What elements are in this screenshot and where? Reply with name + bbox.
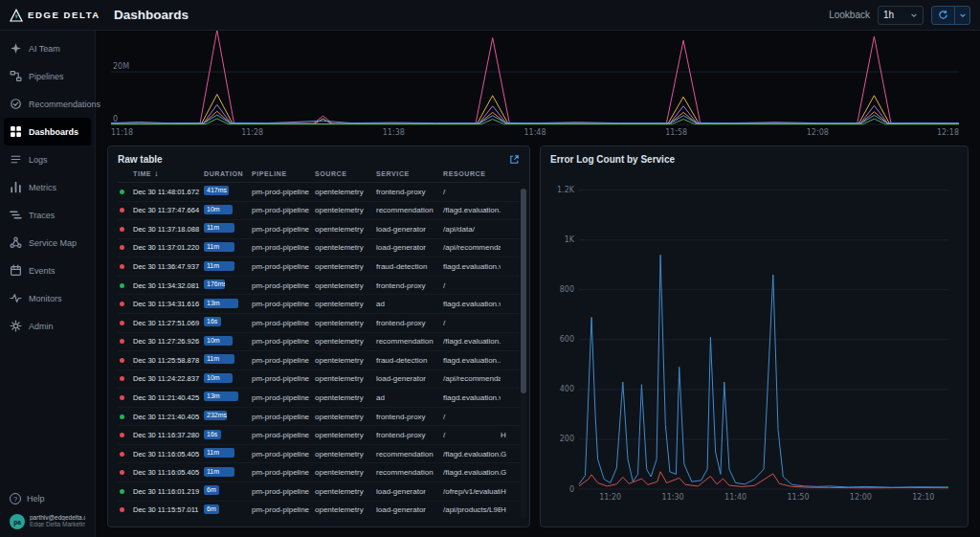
sidebar-item-events[interactable]: Events — [0, 257, 95, 284]
table-row[interactable]: Dec 30 11:16:01.2196mpm-prod-pipelineope… — [118, 482, 520, 502]
table-row[interactable]: Dec 30 11:16:05.40511mpm-prod-pipelineop… — [118, 463, 520, 482]
sidebar-item-ai-team[interactable]: AI Team — [0, 34, 95, 62]
sidebar-item-label: Pipelines — [29, 72, 64, 81]
sidebar-item-label: Logs — [29, 155, 48, 165]
table-row[interactable]: Dec 30 11:27:51.06916spm-prod-pipelineop… — [118, 314, 520, 333]
avatar: pa — [10, 514, 25, 529]
svg-text:11:38: 11:38 — [383, 128, 405, 137]
column-header-time[interactable]: TIME↓ — [133, 169, 204, 178]
user-profile[interactable]: pa parthiv@edgedelta.co... Edge Delta Ma… — [10, 514, 85, 529]
events-icon — [10, 264, 22, 277]
refresh-button[interactable] — [932, 7, 955, 24]
column-header-service[interactable]: SERVICE — [376, 170, 443, 177]
cell-resource: / — [443, 319, 501, 327]
sidebar-item-monitors[interactable]: Monitors — [0, 284, 95, 312]
sidebar-item-label: Recommendations — [29, 100, 100, 109]
cell-pipeline: pm-prod-pipeline — [252, 487, 315, 496]
table-row[interactable]: Dec 30 11:15:57.0116mpm-prod-pipelineope… — [118, 502, 520, 520]
cell-service: frontend-proxy — [376, 281, 443, 290]
sidebar-item-dashboards[interactable]: Dashboards — [4, 118, 91, 145]
column-header-source[interactable]: SOURCE — [315, 170, 376, 177]
cell-duration: 232ms — [204, 411, 252, 422]
status-dot-error — [120, 395, 124, 400]
status-dot-error — [120, 376, 124, 381]
cell-source: opentelemetry — [315, 505, 376, 514]
cell-service: recommendation — [376, 206, 443, 214]
cell-time: Dec 30 11:16:05.405 — [133, 468, 204, 477]
table-scrollbar-thumb[interactable] — [521, 189, 526, 393]
brand-text: EDGE DELTA — [28, 10, 100, 20]
metrics-icon — [10, 181, 22, 193]
cell-pipeline: pm-prod-pipeline — [252, 356, 315, 365]
cell-resource: /flagd.evaluation.... — [443, 337, 501, 346]
cell-service: load-generator — [376, 505, 443, 514]
cell-source: opentelemetry — [315, 262, 376, 271]
table-row[interactable]: Dec 30 11:34:31.61613mpm-prod-pipelineop… — [118, 295, 520, 314]
svg-text:800: 800 — [560, 285, 574, 294]
svg-text:0: 0 — [569, 485, 574, 494]
user-email: parthiv@edgedelta.co... — [30, 514, 85, 521]
sidebar-item-traces[interactable]: Traces — [0, 201, 95, 229]
table-row[interactable]: Dec 30 11:27:26.92610mpm-prod-pipelineop… — [118, 333, 520, 352]
sidebar-item-logs[interactable]: Logs — [0, 145, 95, 173]
column-header-resource[interactable]: RESOURCE — [443, 170, 501, 177]
cell-pipeline: pm-prod-pipeline — [252, 225, 315, 234]
table-row[interactable]: Dec 30 11:16:05.40511mpm-prod-pipelineop… — [118, 445, 520, 464]
help-icon: ? — [10, 493, 21, 504]
dashboards-icon — [10, 125, 22, 138]
cell-pipeline: pm-prod-pipeline — [252, 337, 315, 346]
column-header-duration[interactable]: DURATION — [204, 170, 252, 177]
table-row[interactable]: Dec 30 11:16:37.28016spm-prod-pipelineop… — [118, 426, 520, 445]
cell-duration: 11m — [204, 261, 252, 273]
status-dot-error — [120, 302, 124, 306]
cell-service: recommendation — [376, 468, 443, 477]
column-header-pipeline[interactable]: PIPELINE — [252, 170, 315, 177]
lookback-label: Lookback — [829, 10, 870, 20]
table-row[interactable]: Dec 30 11:21:40.42513mpm-prod-pipelineop… — [118, 389, 520, 408]
cell-time: Dec 30 11:34:32.081 — [133, 281, 204, 290]
cell-time: Dec 30 11:37:18.088 — [133, 225, 204, 234]
cell-service: frontend-proxy — [376, 431, 443, 439]
cell-service: frontend-proxy — [376, 413, 443, 421]
status-dot-error — [120, 507, 124, 512]
table-row[interactable]: Dec 30 11:25:58.87811mpm-prod-pipelineop… — [118, 351, 520, 370]
sidebar-item-metrics[interactable]: Metrics — [0, 173, 95, 201]
traces-icon — [10, 209, 22, 221]
throughput-chart[interactable]: 020M11:1811:2811:3811:4811:5812:0812:18 — [107, 31, 969, 140]
cell-method: H — [501, 431, 510, 439]
sidebar-item-admin[interactable]: Admin — [0, 312, 95, 340]
table-row[interactable]: Dec 30 11:48:01.672417mspm-prod-pipeline… — [118, 183, 520, 202]
open-external-button[interactable] — [509, 154, 520, 165]
status-dot-error — [120, 452, 124, 457]
svg-text:12:00: 12:00 — [850, 493, 872, 502]
cell-time: Dec 30 11:21:40.425 — [133, 393, 204, 402]
help-button[interactable]: ? Help — [10, 493, 85, 504]
svg-text:1.2K: 1.2K — [557, 186, 575, 194]
table-row[interactable]: Dec 30 11:37:47.66410mpm-prod-pipelineop… — [118, 202, 520, 221]
sidebar-item-label: Admin — [29, 322, 54, 331]
cell-time: Dec 30 11:16:01.219 — [133, 487, 204, 496]
sidebar-item-recommendations[interactable]: Recommendations — [0, 90, 95, 118]
cell-resource: flagd.evaluation.... — [443, 356, 501, 365]
topbar: EDGE DELTA Dashboards Lookback 1h — [0, 0, 980, 31]
sidebar-item-label: Dashboards — [29, 127, 78, 137]
table-row[interactable]: Dec 30 11:37:01.22011mpm-prod-pipelineop… — [118, 239, 520, 258]
cell-resource: /flagd.evaluation... — [443, 450, 501, 459]
error-log-chart[interactable]: 02004006008001K1.2K11:2011:3011:4011:501… — [550, 169, 956, 503]
cell-source: opentelemetry — [315, 206, 376, 214]
table-row[interactable]: Dec 30 11:34:32.081176mspm-prod-pipeline… — [118, 277, 520, 296]
table-row[interactable]: Dec 30 11:21:40.405232mspm-prod-pipeline… — [118, 408, 520, 427]
sidebar-item-service-map[interactable]: Service Map — [0, 229, 95, 257]
table-row[interactable]: Dec 30 11:36:47.93711mpm-prod-pipelineop… — [118, 257, 520, 277]
cell-time: Dec 30 11:27:26.926 — [133, 337, 204, 346]
svg-text:11:58: 11:58 — [665, 128, 687, 137]
refresh-interval-dropdown[interactable] — [955, 7, 969, 24]
status-dot-error — [120, 208, 124, 213]
table-row[interactable]: Dec 30 11:24:22.83710mpm-prod-pipelineop… — [118, 370, 520, 390]
sidebar-nav: AI TeamPipelinesRecommendationsDashboard… — [0, 34, 95, 340]
help-label: Help — [27, 494, 45, 503]
sidebar-item-pipelines[interactable]: Pipelines — [0, 62, 95, 90]
brand-logo[interactable]: EDGE DELTA — [10, 9, 100, 22]
table-row[interactable]: Dec 30 11:37:18.08811mpm-prod-pipelineop… — [118, 220, 520, 239]
lookback-select[interactable]: 1h — [878, 6, 924, 25]
